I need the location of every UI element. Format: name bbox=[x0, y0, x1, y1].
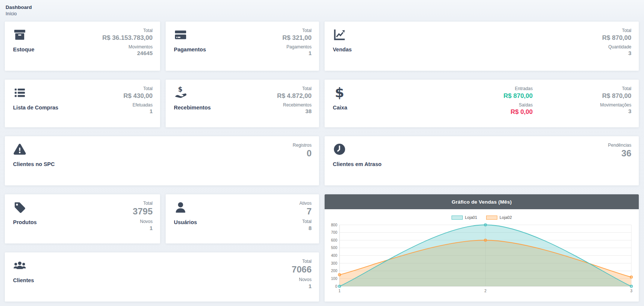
metric-label: Saídas bbox=[504, 102, 533, 108]
svg-text:400: 400 bbox=[331, 254, 337, 258]
card-metrics: Total 3795 Novos 1 bbox=[133, 201, 153, 238]
metric-label: Total bbox=[283, 28, 312, 34]
metric-value: R$ 4.872,00 bbox=[277, 92, 312, 100]
metric-label: Pendências bbox=[608, 143, 631, 149]
card-title: Estoque bbox=[13, 47, 34, 52]
metric-label: Total bbox=[102, 28, 153, 34]
metric-label: Total bbox=[133, 201, 153, 207]
svg-text:3: 3 bbox=[630, 289, 632, 293]
card-metrics: Total R$ 430,00 Efetuadas 1 bbox=[124, 86, 153, 122]
metric-value: 3795 bbox=[133, 207, 153, 216]
metric-label: Efetuadas bbox=[124, 102, 153, 108]
list-icon bbox=[13, 86, 26, 99]
legend-item-loja01[interactable]: Loja01 bbox=[452, 215, 477, 220]
cards-grid: Estoque Total R$ 36.153.783,00 Movimento… bbox=[5, 22, 639, 302]
warning-triangle-icon bbox=[13, 143, 26, 156]
metric-label: Novos bbox=[292, 277, 312, 283]
card-vendas: Vendas Total R$ 870,00 Quantidade 3 bbox=[325, 22, 639, 71]
svg-text:700: 700 bbox=[331, 230, 337, 235]
card-caixa: $ Caixa Entradas R$ 870,00 Saídas R$ 0,0… bbox=[325, 80, 639, 127]
page-title: Dashboard bbox=[6, 4, 639, 10]
breadcrumb: Dashboard Início bbox=[5, 4, 639, 16]
metric-value: 38 bbox=[277, 108, 312, 115]
user-icon bbox=[174, 201, 187, 214]
metric-value: 24645 bbox=[102, 50, 153, 57]
card-pagamentos: Pagamentos Total R$ 321,00 Pagamentos 1 bbox=[166, 22, 319, 71]
legend-swatch-loja01 bbox=[452, 216, 463, 220]
metric-label: Total bbox=[124, 86, 153, 92]
card-title: Usuários bbox=[174, 219, 197, 225]
metric-value: 3 bbox=[533, 108, 631, 115]
metric-value: 3 bbox=[602, 50, 631, 57]
metric-label: Total bbox=[602, 28, 631, 34]
metric-label: Pagamentos bbox=[283, 44, 312, 50]
card-title: Clientes em Atraso bbox=[333, 161, 382, 167]
metric-value: 1 bbox=[292, 283, 312, 290]
metric-value: 1 bbox=[124, 108, 153, 115]
legend-swatch-loja02 bbox=[486, 216, 497, 220]
card-lista-de-compras: Lista de Compras Total R$ 430,00 Efetuad… bbox=[5, 80, 160, 127]
card-title: Pagamentos bbox=[174, 47, 206, 52]
svg-text:100: 100 bbox=[331, 277, 337, 281]
svg-text:$: $ bbox=[335, 86, 344, 99]
metric-value: 1 bbox=[133, 225, 153, 232]
card-title: Produtos bbox=[13, 219, 37, 225]
card-recebimentos: $ Recebimentos Total R$ 4.872,00 Recebim… bbox=[166, 80, 319, 127]
metric-label: Quantidade bbox=[602, 44, 631, 50]
metric-label: Total bbox=[533, 86, 631, 92]
svg-text:200: 200 bbox=[331, 269, 337, 273]
card-estoque: Estoque Total R$ 36.153.783,00 Movimento… bbox=[5, 22, 160, 71]
users-icon bbox=[13, 259, 26, 272]
card-clientes-no-spc: Clientes no SPC Registros 0 bbox=[5, 136, 319, 185]
card-title: Clientes no SPC bbox=[13, 161, 55, 167]
metric-label: Entradas bbox=[504, 86, 533, 92]
metric-value: R$ 321,00 bbox=[283, 34, 312, 42]
card-usuarios: Usuários Ativos 7 Total 8 bbox=[166, 194, 319, 243]
metric-value: R$ 870,00 bbox=[602, 34, 631, 42]
legend-item-loja02[interactable]: Loja02 bbox=[486, 215, 512, 220]
sales-area-chart: 0100200300400500600700800123 bbox=[328, 223, 635, 297]
breadcrumb-home-link[interactable]: Início bbox=[6, 11, 639, 16]
metric-label: Registros bbox=[293, 143, 312, 149]
chart-legend: Loja01 Loja02 bbox=[328, 213, 635, 222]
metric-label: Total bbox=[277, 86, 312, 92]
card-grafico-vendas: Gráfico de Vendas (Mês) Loja01 Loja02 01… bbox=[325, 194, 639, 302]
svg-text:800: 800 bbox=[331, 223, 337, 227]
metric-label: Movimentações bbox=[533, 102, 631, 108]
svg-text:300: 300 bbox=[331, 261, 337, 265]
metric-label: Recebimentos bbox=[277, 102, 312, 108]
card-metrics-total: Total R$ 870,00 Movimentações 3 bbox=[533, 86, 631, 122]
card-metrics: Registros 0 bbox=[293, 143, 312, 180]
legend-label: Loja01 bbox=[465, 215, 477, 220]
card-metrics: Total R$ 870,00 Quantidade 3 bbox=[602, 28, 631, 66]
metric-value: R$ 870,00 bbox=[533, 92, 631, 100]
card-title: Clientes bbox=[13, 277, 34, 283]
archive-box-icon bbox=[13, 28, 26, 41]
chart-body: Loja01 Loja02 01002003004005006007008001… bbox=[325, 209, 639, 302]
card-title: Caixa bbox=[333, 105, 347, 111]
svg-text:500: 500 bbox=[331, 246, 337, 250]
chart-line-icon bbox=[333, 28, 346, 41]
svg-text:0: 0 bbox=[335, 284, 337, 289]
metric-value: 7066 bbox=[292, 265, 312, 274]
card-title: Lista de Compras bbox=[13, 105, 58, 111]
metric-value-saidas: R$ 0,00 bbox=[504, 108, 533, 116]
card-metrics: Total 7066 Novos 1 bbox=[292, 259, 312, 296]
clock-icon bbox=[333, 143, 346, 156]
chart-title: Gráfico de Vendas (Mês) bbox=[325, 194, 639, 209]
dollar-sign-icon: $ bbox=[333, 86, 346, 99]
metric-label: Total bbox=[299, 219, 312, 225]
metric-value: 0 bbox=[293, 149, 312, 158]
card-metrics: Pendências 36 bbox=[608, 143, 631, 180]
tag-icon bbox=[13, 201, 26, 214]
metric-label: Novos bbox=[133, 219, 153, 225]
card-metrics: Total R$ 36.153.783,00 Movimentos 24645 bbox=[102, 28, 153, 66]
metric-value: 36 bbox=[608, 149, 631, 158]
metric-value-entradas: R$ 870,00 bbox=[504, 92, 533, 100]
card-clientes-em-atraso: Clientes em Atraso Pendências 36 bbox=[325, 136, 639, 185]
card-title: Recebimentos bbox=[174, 105, 211, 111]
metric-value: R$ 430,00 bbox=[124, 92, 153, 100]
card-metrics: Total R$ 321,00 Pagamentos 1 bbox=[283, 28, 312, 66]
card-metrics-flow: Entradas R$ 870,00 Saídas R$ 0,00 bbox=[504, 86, 533, 122]
card-metrics: Ativos 7 Total 8 bbox=[299, 201, 312, 238]
